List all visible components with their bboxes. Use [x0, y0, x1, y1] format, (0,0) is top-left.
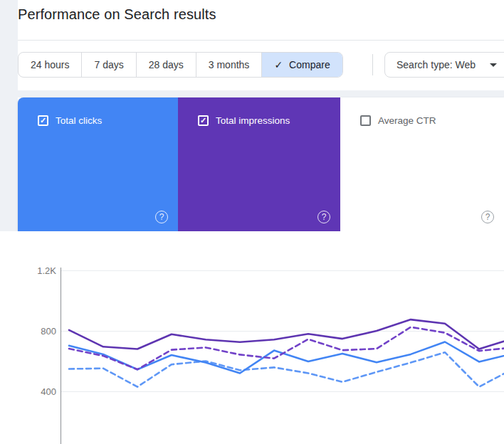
chip-compare-label: Compare [289, 59, 330, 70]
card-total-impressions[interactable]: ✓ Total impressions 267K Last 28 days 24… [178, 97, 340, 231]
checkbox-total-clicks[interactable]: ✓ [38, 115, 48, 126]
checkmark-icon: ✓ [274, 59, 283, 70]
checkbox-average-ctr[interactable] [360, 115, 371, 126]
chip-compare[interactable]: ✓ Compare [262, 53, 342, 77]
header-divider [18, 40, 504, 41]
metric-cards-row: ✓ Total clicks 17.9K Last 28 days 15.6K … [18, 97, 504, 231]
section-gap [0, 90, 504, 97]
help-icon[interactable]: ? [481, 211, 494, 223]
card-total-clicks[interactable]: ✓ Total clicks 17.9K Last 28 days 15.6K … [18, 97, 178, 231]
card-average-ctr[interactable]: Average CTR 6.7% Last 28 days 6.3% Previ… [340, 97, 504, 231]
chevron-down-icon [490, 63, 497, 67]
help-icon[interactable]: ? [155, 211, 168, 223]
checkbox-total-impressions[interactable]: ✓ [198, 115, 209, 126]
toolbar-divider [372, 54, 373, 75]
card-label: Total impressions [216, 115, 290, 126]
help-icon[interactable]: ? [317, 211, 330, 223]
page-title: Performance on Search results [18, 6, 216, 23]
chart-line-clicks-previous [69, 352, 504, 386]
chip-7-days[interactable]: 7 days [82, 53, 136, 77]
chart-svg[interactable] [0, 235, 504, 444]
chip-28-days[interactable]: 28 days [137, 53, 196, 77]
card-label: Average CTR [378, 115, 436, 126]
chip-24-hours[interactable]: 24 hours [19, 53, 82, 77]
chip-3-months[interactable]: 3 months [196, 53, 263, 77]
date-range-chip-group: 24 hours 7 days 28 days 3 months ✓ Compa… [18, 52, 343, 78]
search-type-label: Search type: Web [397, 59, 476, 70]
card-label: Total clicks [56, 115, 102, 126]
search-type-dropdown[interactable]: Search type: Web [384, 52, 504, 78]
